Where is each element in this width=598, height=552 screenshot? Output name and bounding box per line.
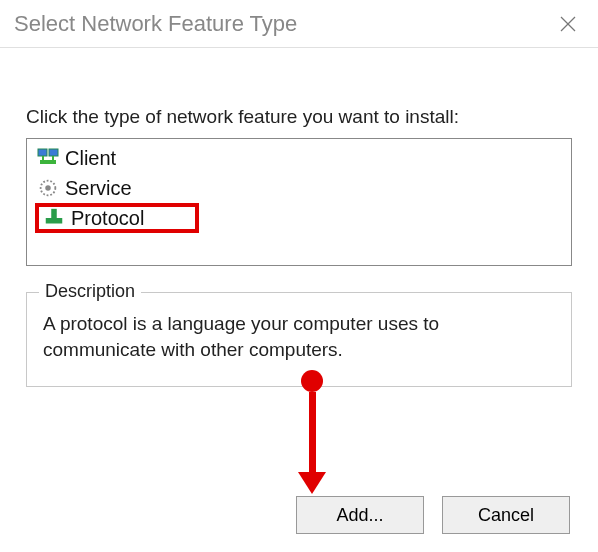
window-title: Select Network Feature Type [14, 11, 297, 37]
feature-label: Service [65, 177, 132, 200]
dialog-content: Click the type of network feature you wa… [0, 48, 598, 407]
close-icon [560, 16, 576, 32]
svg-rect-9 [51, 209, 57, 218]
service-icon [35, 175, 61, 201]
annotation-arrow [298, 370, 326, 494]
description-text: A protocol is a language your computer u… [43, 311, 555, 362]
feature-item-protocol[interactable]: Protocol [35, 203, 199, 233]
close-button[interactable] [538, 0, 598, 48]
feature-item-service[interactable]: Service [35, 173, 563, 203]
client-icon [35, 145, 61, 171]
cancel-button[interactable]: Cancel [442, 496, 570, 534]
feature-listbox[interactable]: Client Service Protocol [26, 138, 572, 266]
svg-rect-10 [46, 218, 63, 224]
feature-item-client[interactable]: Client [35, 143, 563, 173]
description-legend: Description [39, 281, 141, 302]
titlebar: Select Network Feature Type [0, 0, 598, 48]
protocol-icon [41, 205, 67, 231]
button-row: Add... Cancel [0, 496, 598, 534]
svg-rect-2 [38, 149, 47, 156]
arrow-shaft-icon [309, 392, 316, 472]
svg-point-8 [45, 185, 51, 191]
svg-rect-3 [49, 149, 58, 156]
instruction-label: Click the type of network feature you wa… [26, 106, 572, 128]
arrow-dot-icon [301, 370, 323, 392]
feature-label: Client [65, 147, 116, 170]
arrow-head-icon [298, 472, 326, 494]
svg-rect-4 [40, 160, 56, 164]
feature-label: Protocol [71, 207, 144, 230]
add-button[interactable]: Add... [296, 496, 424, 534]
